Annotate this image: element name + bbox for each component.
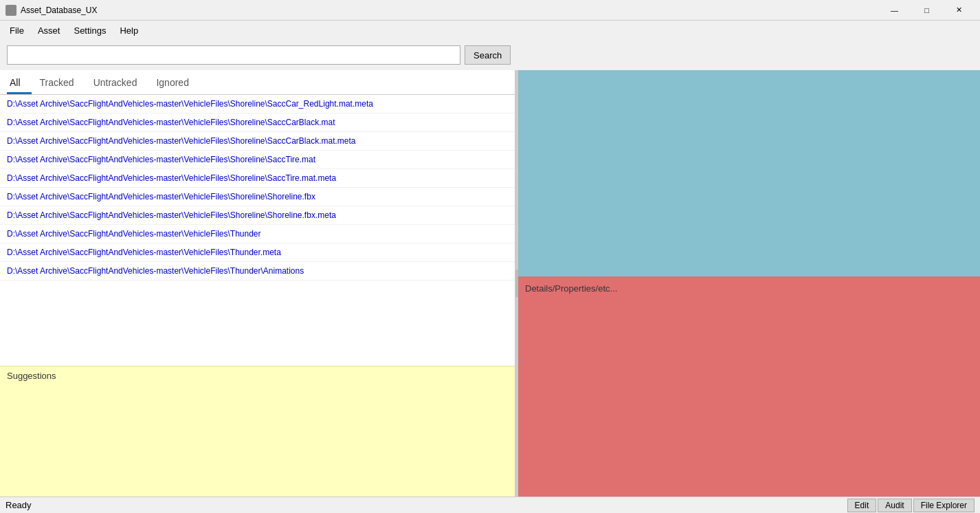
status-text: Ready — [5, 500, 32, 510]
file-item[interactable]: D:\Asset Archive\SaccFlightAndVehicles-m… — [0, 132, 515, 151]
statusbar: Ready Edit Audit File Explorer — [0, 496, 980, 513]
file-item[interactable]: D:\Asset Archive\SaccFlightAndVehicles-m… — [0, 188, 515, 206]
details-placeholder: Details/Properties/etc... — [525, 283, 617, 294]
tab-all[interactable]: All — [7, 73, 32, 94]
maximize-button[interactable]: □ — [911, 0, 942, 21]
suggestions-label: Suggestions — [0, 367, 515, 385]
file-item[interactable]: D:\Asset Archive\SaccFlightAndVehicles-m… — [0, 169, 515, 188]
file-list-area: D:\Asset Archive\SaccFlightAndVehicles-m… — [0, 95, 515, 366]
close-button[interactable]: ✕ — [944, 0, 975, 21]
file-item[interactable]: D:\Asset Archive\SaccFlightAndVehicles-m… — [0, 243, 515, 262]
menu-file[interactable]: File — [3, 23, 31, 39]
app-icon — [5, 5, 16, 16]
details-area: Details/Properties/etc... — [518, 276, 980, 496]
menu-asset[interactable]: Asset — [31, 23, 67, 39]
menu-help[interactable]: Help — [113, 23, 145, 39]
right-panel: Details/Properties/etc... — [518, 70, 980, 496]
titlebar-controls: — □ ✕ — [879, 0, 975, 21]
minimize-button[interactable]: — — [879, 0, 910, 21]
file-item[interactable]: D:\Asset Archive\SaccFlightAndVehicles-m… — [0, 113, 515, 132]
file-item[interactable]: D:\Asset Archive\SaccFlightAndVehicles-m… — [0, 95, 515, 113]
file-item[interactable]: D:\Asset Archive\SaccFlightAndVehicles-m… — [0, 225, 515, 243]
menubar: File Asset Settings Help — [0, 21, 980, 40]
titlebar-left: Asset_Database_UX — [5, 5, 97, 16]
main-area: All Tracked Untracked Ignored D:\Asset A… — [0, 70, 980, 496]
file-item[interactable]: D:\Asset Archive\SaccFlightAndVehicles-m… — [0, 151, 515, 169]
titlebar-title: Asset_Database_UX — [21, 6, 97, 15]
tab-ignored[interactable]: Ignored — [153, 73, 199, 94]
statusbar-buttons: Edit Audit File Explorer — [847, 499, 975, 512]
left-panel: All Tracked Untracked Ignored D:\Asset A… — [0, 70, 515, 496]
tabs: All Tracked Untracked Ignored — [0, 70, 515, 95]
file-explorer-button[interactable]: File Explorer — [913, 499, 975, 512]
file-item[interactable]: D:\Asset Archive\SaccFlightAndVehicles-m… — [0, 262, 515, 281]
search-input[interactable] — [7, 45, 460, 65]
search-button[interactable]: Search — [465, 45, 511, 65]
titlebar: Asset_Database_UX — □ ✕ — [0, 0, 980, 21]
edit-button[interactable]: Edit — [847, 499, 877, 512]
file-item[interactable]: D:\Asset Archive\SaccFlightAndVehicles-m… — [0, 206, 515, 225]
tab-tracked[interactable]: Tracked — [37, 73, 85, 94]
menu-settings[interactable]: Settings — [67, 23, 113, 39]
tab-untracked[interactable]: Untracked — [91, 73, 148, 94]
preview-area — [518, 70, 980, 276]
suggestions-area: Suggestions — [0, 366, 515, 496]
resize-handle[interactable] — [515, 70, 518, 496]
audit-button[interactable]: Audit — [878, 499, 911, 512]
searchbar: Search — [0, 40, 980, 70]
